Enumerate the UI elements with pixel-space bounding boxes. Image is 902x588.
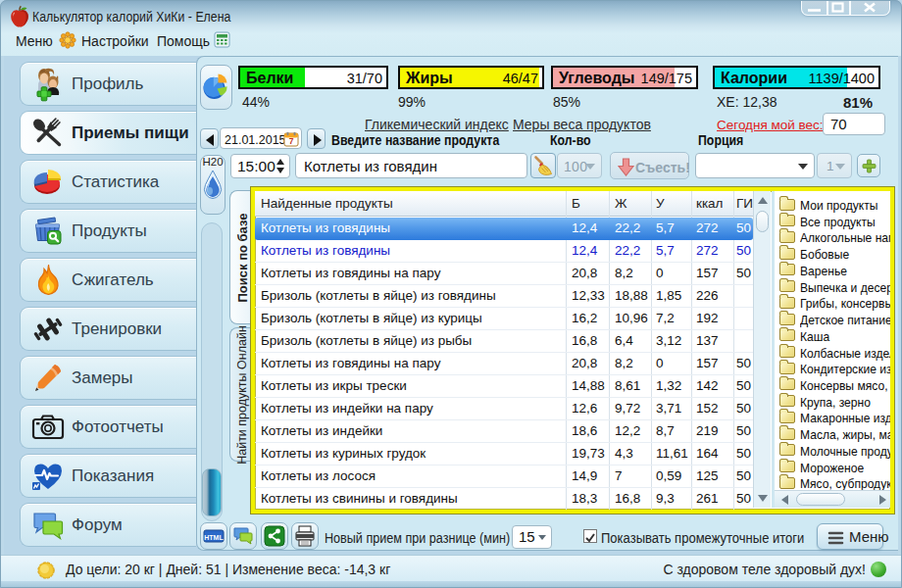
svg-text:7: 7: [289, 136, 294, 146]
svg-text:HTML: HTML: [204, 534, 224, 541]
